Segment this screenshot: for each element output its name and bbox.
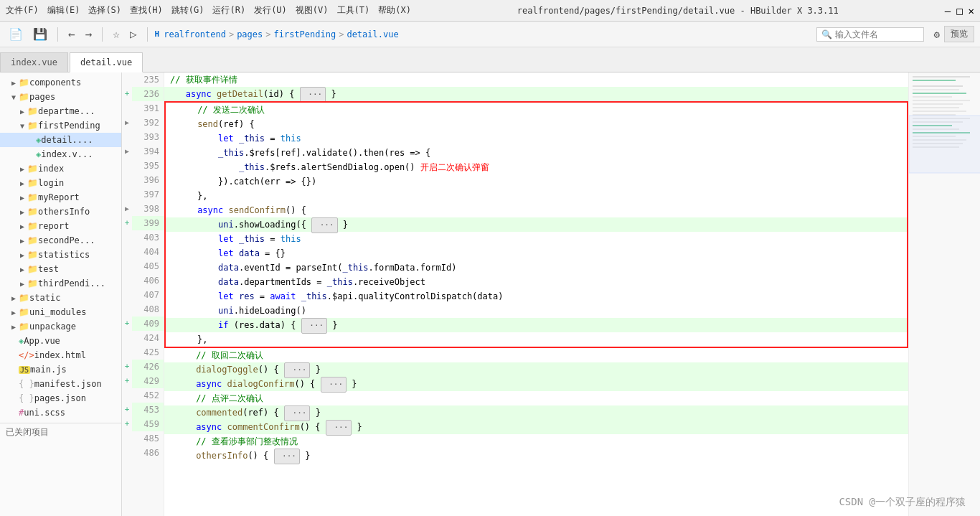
expand-arrow: ▶ bbox=[20, 237, 24, 245]
main-layout: ▶ 📁 components ▼ 📁 pages ▶ 📁 departme...… bbox=[0, 72, 980, 516]
sidebar-item-label: report bbox=[38, 221, 69, 231]
sidebar-item-firstpending[interactable]: ▼ 📁 firstPending bbox=[0, 118, 121, 133]
sidebar-item-static[interactable]: ▶ 📁 static bbox=[0, 291, 121, 305]
marker-426: + bbox=[122, 360, 132, 374]
expand-arrow: ▶ bbox=[11, 323, 16, 331]
marker-405 bbox=[122, 259, 132, 273]
menu-select[interactable]: 选择(S) bbox=[88, 4, 121, 17]
code-line-395: _this.$refs.alertSendDialog.open() 开启二次确… bbox=[166, 160, 907, 174]
sidebar-item-manifest-json[interactable]: { } manifest.json bbox=[0, 377, 121, 391]
new-file-button[interactable]: 📄 bbox=[6, 26, 26, 42]
marker-404 bbox=[122, 245, 132, 259]
menu-jump[interactable]: 跳转(G) bbox=[171, 4, 204, 17]
editor-content[interactable]: + ▶ ▶ ▶ + + + + bbox=[122, 72, 980, 516]
breadcrumb: realfrontend > pages > firstPending > de… bbox=[164, 29, 398, 39]
sidebar-item-uni-scss[interactable]: # uni.scss bbox=[0, 405, 121, 420]
no-arrow bbox=[11, 409, 16, 417]
menu-run[interactable]: 运行(R) bbox=[212, 4, 245, 17]
sidebar-item-app-vue[interactable]: ◈ App.vue bbox=[0, 334, 121, 348]
no-arrow bbox=[29, 151, 33, 159]
sidebar-item-pages[interactable]: ▼ 📁 pages bbox=[0, 90, 121, 104]
sidebar-item-index[interactable]: ▶ 📁 index bbox=[0, 161, 121, 176]
folder-icon: 📁 bbox=[27, 264, 38, 274]
sidebar-item-label: uni.scss bbox=[24, 408, 65, 418]
code-line-408: uni.hideLoading() bbox=[166, 304, 907, 318]
sidebar-item-othersinfo[interactable]: ▶ 📁 othersInfo bbox=[0, 205, 121, 219]
sidebar-item-index-vue[interactable]: ◈ index.v... bbox=[0, 147, 121, 161]
svg-rect-10 bbox=[913, 111, 966, 112]
file-search-box[interactable]: 🔍 bbox=[816, 27, 924, 42]
ln-453: 453 bbox=[132, 403, 164, 417]
tab-index-vue[interactable]: index.vue bbox=[0, 52, 68, 72]
sidebar-item-unpackage[interactable]: ▶ 📁 unpackage bbox=[0, 319, 121, 334]
window-controls[interactable]: — □ ✕ bbox=[945, 5, 974, 17]
menu-bar[interactable]: 文件(F) 编辑(E) 选择(S) 查找(H) 跳转(G) 运行(R) 发行(U… bbox=[6, 4, 411, 17]
menu-publish[interactable]: 发行(U) bbox=[254, 4, 287, 17]
sidebar-item-departme[interactable]: ▶ 📁 departme... bbox=[0, 104, 121, 118]
breadcrumb-pages[interactable]: pages bbox=[237, 29, 263, 39]
sidebar-item-report[interactable]: ▶ 📁 report bbox=[0, 219, 121, 233]
code-line-452: // 点评二次确认 bbox=[164, 391, 908, 405]
sidebar-item-pages-json[interactable]: { } pages.json bbox=[0, 391, 121, 405]
menu-help[interactable]: 帮助(X) bbox=[378, 4, 411, 17]
bookmark-button[interactable]: ☆ bbox=[110, 26, 123, 42]
preview-button[interactable]: 预览 bbox=[944, 26, 974, 42]
back-button[interactable]: ← bbox=[65, 26, 78, 42]
menu-view[interactable]: 视图(V) bbox=[296, 4, 329, 17]
code-line-397: }, bbox=[166, 189, 907, 203]
no-arrow bbox=[11, 395, 16, 403]
ln-404: 404 bbox=[132, 245, 164, 259]
breadcrumb-firstpending[interactable]: firstPending bbox=[273, 29, 336, 39]
breadcrumb-root[interactable]: realfrontend bbox=[164, 29, 226, 39]
sidebar-item-myreport[interactable]: ▶ 📁 myReport bbox=[0, 190, 121, 205]
menu-find[interactable]: 查找(H) bbox=[130, 4, 163, 17]
menu-tools[interactable]: 工具(T) bbox=[337, 4, 370, 17]
minimap-svg bbox=[909, 72, 980, 503]
marker-393 bbox=[122, 130, 132, 144]
menu-file[interactable]: 文件(F) bbox=[6, 4, 39, 17]
tab-detail-vue[interactable]: detail.vue bbox=[70, 52, 143, 72]
sidebar-item-login[interactable]: ▶ 📁 login bbox=[0, 176, 121, 190]
maximize-button[interactable]: □ bbox=[956, 5, 962, 17]
sidebar-item-label: pages.json bbox=[34, 393, 86, 403]
marker-409: + bbox=[122, 316, 132, 331]
search-input[interactable] bbox=[835, 29, 914, 39]
svg-rect-5 bbox=[913, 93, 966, 94]
marker-236: + bbox=[122, 87, 132, 101]
ln-403: 403 bbox=[132, 230, 164, 245]
marker-397 bbox=[122, 187, 132, 202]
folder-icon: 📁 bbox=[27, 121, 38, 131]
save-button[interactable]: 💾 bbox=[30, 26, 50, 42]
code-line-485: // 查看涉事部门整改情况 bbox=[164, 434, 908, 449]
sidebar-item-label: components bbox=[29, 78, 81, 88]
toolbar-separator-3 bbox=[147, 27, 148, 42]
folder-icon: 📁 bbox=[27, 207, 38, 217]
sidebar-item-test[interactable]: ▶ 📁 test bbox=[0, 262, 121, 276]
sidebar-item-statistics[interactable]: ▶ 📁 statistics bbox=[0, 248, 121, 262]
sidebar-item-index-html[interactable]: </> index.html bbox=[0, 348, 121, 362]
expand-arrow: ▶ bbox=[20, 194, 24, 202]
ln-424: 424 bbox=[132, 331, 164, 345]
sidebar-item-label: login bbox=[38, 178, 64, 188]
ln-485: 485 bbox=[132, 431, 164, 446]
close-button[interactable]: ✕ bbox=[969, 5, 974, 17]
forward-button[interactable]: → bbox=[83, 26, 95, 42]
sidebar-item-components[interactable]: ▶ 📁 components bbox=[0, 75, 121, 90]
filter-icon[interactable]: ⚙ bbox=[934, 29, 940, 40]
sidebar-item-secondpe[interactable]: ▶ 📁 secondPe... bbox=[0, 233, 121, 248]
sidebar-item-label: statistics bbox=[38, 250, 90, 260]
sidebar-item-detail-vue[interactable]: ◈ detail.... bbox=[0, 133, 121, 147]
run-button[interactable]: ▷ bbox=[127, 26, 140, 42]
expand-arrow: ▶ bbox=[20, 280, 24, 288]
sidebar-item-main-js[interactable]: JS main.js bbox=[0, 362, 121, 377]
ln-425: 425 bbox=[132, 345, 164, 360]
marker-429: + bbox=[122, 374, 132, 388]
minimize-button[interactable]: — bbox=[945, 5, 951, 17]
ln-397: 397 bbox=[132, 187, 164, 202]
sidebar-item-uni-modules[interactable]: ▶ 📁 uni_modules bbox=[0, 305, 121, 319]
folder-icon: 📁 bbox=[27, 192, 38, 202]
sidebar-item-thirdpendi[interactable]: ▶ 📁 thirdPendi... bbox=[0, 276, 121, 291]
ln-398: 398 bbox=[132, 202, 164, 216]
menu-edit[interactable]: 编辑(E) bbox=[47, 4, 80, 17]
breadcrumb-file[interactable]: detail.vue bbox=[347, 29, 398, 39]
